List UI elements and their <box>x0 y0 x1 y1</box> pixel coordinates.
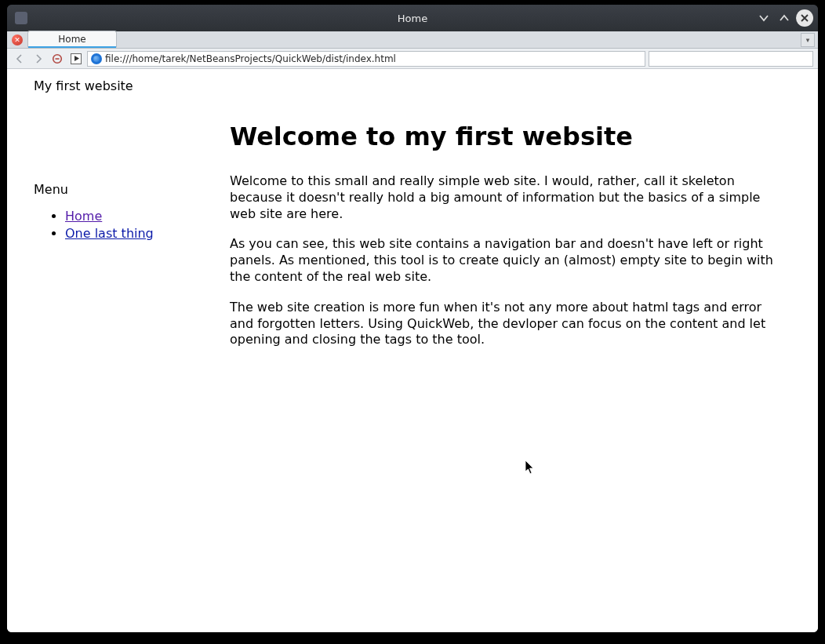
back-button[interactable] <box>12 51 27 67</box>
app-icon <box>15 12 27 24</box>
navigation-bar: file:///home/tarek/NetBeansProjects/Quic… <box>7 49 818 69</box>
play-icon <box>71 53 82 64</box>
menu-heading: Menu <box>34 182 198 197</box>
list-item: One last thing <box>65 225 198 242</box>
nav-link-one-last-thing[interactable]: One last thing <box>65 226 154 241</box>
search-bar[interactable] <box>649 51 813 67</box>
site-title: My first website <box>34 78 791 93</box>
reload-button[interactable] <box>68 51 84 67</box>
tabs-dropdown-button[interactable]: ▾ <box>801 33 815 47</box>
app-window: Home ✕ Home ▾ <box>7 5 818 632</box>
tab-home[interactable]: Home <box>27 31 117 48</box>
tab-label: Home <box>58 34 85 45</box>
stop-button[interactable] <box>49 51 65 67</box>
url-bar[interactable]: file:///home/tarek/NetBeansProjects/Quic… <box>87 51 645 67</box>
forward-button[interactable] <box>31 51 46 67</box>
nav-list: Home One last thing <box>34 208 198 242</box>
paragraph: As you can see, this web site contains a… <box>230 236 779 285</box>
sidebar: Menu Home One last thing <box>34 107 198 362</box>
page-heading: Welcome to my first website <box>230 122 779 151</box>
paragraph: Welcome to this small and really simple … <box>230 173 779 222</box>
window-title: Home <box>398 13 427 24</box>
paragraph: The web site creation is more fun when i… <box>230 300 779 348</box>
page-viewport[interactable]: My first website Menu Home One last thin… <box>7 69 818 632</box>
minimize-button[interactable] <box>755 9 772 27</box>
close-button[interactable] <box>796 9 813 27</box>
close-icon: ✕ <box>12 35 23 45</box>
nav-link-home[interactable]: Home <box>65 209 102 224</box>
close-tab-button[interactable]: ✕ <box>10 33 24 47</box>
titlebar[interactable]: Home <box>7 5 818 31</box>
main-content: Welcome to my first website Welcome to t… <box>230 107 779 362</box>
svg-rect-1 <box>56 58 60 60</box>
page-content: My first website Menu Home One last thin… <box>7 69 818 378</box>
tab-active-indicator <box>28 46 116 48</box>
maximize-button[interactable] <box>776 9 793 27</box>
browser-chrome: ✕ Home ▾ <box>7 31 818 632</box>
url-text: file:///home/tarek/NetBeansProjects/Quic… <box>105 53 396 64</box>
mouse-cursor-icon <box>525 460 536 475</box>
list-item: Home <box>65 208 198 225</box>
globe-icon <box>91 53 102 64</box>
tab-strip: ✕ Home ▾ <box>7 31 818 49</box>
